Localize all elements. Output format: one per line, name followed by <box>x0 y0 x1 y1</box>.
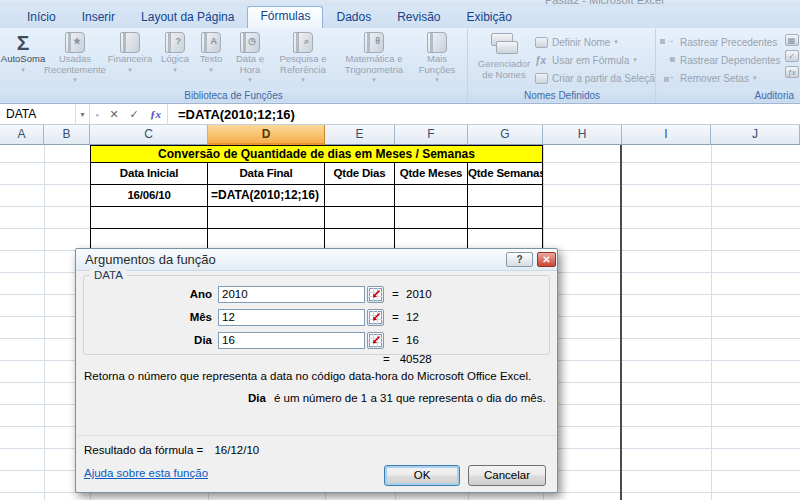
group-formula-auditing: Rastrear Precedentes Rastrear Dependente… <box>657 29 800 102</box>
column-headers: A B C D E F G H I J <box>0 125 800 145</box>
argument-help-text: é um número de 1 a 31 que representa o d… <box>274 392 546 404</box>
empty-cell[interactable] <box>468 207 542 229</box>
equals-sign: = <box>392 311 402 323</box>
arg-label-mes: Mês <box>142 311 212 323</box>
recently-used-button[interactable]: ★ Usadas Recentemente ▾ <box>46 30 104 88</box>
error-checking-icon[interactable]: ✓ <box>785 50 799 62</box>
column-header-d-selected[interactable]: D <box>208 125 325 145</box>
tab-formulas[interactable]: Fórmulas <box>247 6 323 28</box>
header-cell-qtde-meses[interactable]: Qtde Meses <box>395 163 468 185</box>
formula-result-line: Resultado da fórmula = 16/12/10 <box>84 444 259 456</box>
confirm-entry-button[interactable]: ✓ <box>124 104 144 125</box>
empty-cell[interactable] <box>395 207 468 229</box>
dialog-help-button[interactable]: ? <box>506 252 533 267</box>
ribbon-tab-row: Início Inserir Layout da Página Fórmulas… <box>0 6 800 28</box>
column-header-j[interactable]: J <box>711 125 800 145</box>
dialog-titlebar[interactable]: Argumentos da função <box>76 249 557 271</box>
tab-layout-da-pagina[interactable]: Layout da Página <box>128 7 247 28</box>
lookup-reference-button[interactable]: ⌕ Pesquisa e Referência ▾ <box>272 30 334 88</box>
collapse-dialog-button[interactable] <box>367 309 384 326</box>
column-header-b[interactable]: B <box>44 125 90 145</box>
group-label-auditing: Auditoria <box>657 89 800 102</box>
name-manager-icon <box>487 32 521 58</box>
remove-arrows-button[interactable]: Remover Setas ▾ <box>660 69 781 87</box>
cell-qtde-meses[interactable] <box>395 185 468 207</box>
arg-label-dia: Dia <box>142 334 212 346</box>
cell-data-inicial[interactable]: 16/06/10 <box>91 185 208 207</box>
cancel-button[interactable]: Cancelar <box>468 465 546 486</box>
chevron-down-icon: ▾ <box>614 38 618 46</box>
arg-input-dia[interactable] <box>218 332 365 349</box>
financial-button[interactable]: Financeira ▾ <box>104 30 156 88</box>
chevron-down-icon: ▾ <box>173 66 177 74</box>
empty-cell[interactable] <box>91 207 208 229</box>
editing-cell-formula[interactable]: =DATA(2010;12;16) <box>208 185 325 207</box>
math-trig-button[interactable]: θ Matemática e Trigonometria ▾ <box>334 30 414 88</box>
lookup-reference-icon: ⌕ <box>293 32 313 53</box>
collapse-dialog-button[interactable] <box>367 286 384 303</box>
equals-sign: = <box>383 353 390 365</box>
logical-icon: ? <box>165 32 185 53</box>
empty-cell[interactable] <box>325 207 395 229</box>
autosum-button[interactable]: Σ AutoSoma ▾ <box>0 30 46 88</box>
formula-result-label: Resultado da fórmula = <box>84 444 203 456</box>
financial-icon <box>120 32 140 53</box>
chevron-down-icon: ▾ <box>301 76 305 84</box>
use-in-formula-button[interactable]: ƒx Usar em Fórmula ▾ <box>535 51 655 69</box>
empty-cell[interactable] <box>208 207 325 229</box>
column-header-e[interactable]: E <box>325 125 395 145</box>
name-manager-button[interactable]: Gerenciador de Nomes <box>473 30 535 88</box>
tab-exibicao[interactable]: Exibição <box>454 7 525 28</box>
cell-qtde-dias[interactable] <box>325 185 395 207</box>
header-cell-data-final[interactable]: Data Final <box>208 163 325 185</box>
tab-dados[interactable]: Dados <box>323 7 384 28</box>
remove-arrows-icon <box>660 73 676 83</box>
financial-label: Financeira <box>108 54 152 65</box>
define-name-button[interactable]: Definir Nome ▾ <box>535 33 655 51</box>
arg-label-ano: Ano <box>142 288 212 300</box>
tab-inicio[interactable]: Início <box>14 7 69 28</box>
name-manager-label: Gerenciador de Nomes <box>473 59 535 80</box>
column-header-i[interactable]: I <box>622 125 711 145</box>
empty-cell[interactable] <box>208 229 325 249</box>
tab-revisao[interactable]: Revisão <box>384 7 453 28</box>
trace-precedents-button[interactable]: Rastrear Precedentes <box>660 33 781 51</box>
tab-inserir[interactable]: Inserir <box>69 7 128 28</box>
column-header-h[interactable]: H <box>543 125 622 145</box>
empty-cell[interactable] <box>325 229 395 249</box>
header-cell-data-inicial[interactable]: Data Inicial <box>91 163 208 185</box>
logical-button[interactable]: ? Lógica ▾ <box>156 30 194 88</box>
name-box-dropdown[interactable]: ▾ <box>76 104 90 125</box>
column-header-c[interactable]: C <box>90 125 208 145</box>
gridline <box>711 145 712 500</box>
date-time-icon: ◷ <box>240 32 260 53</box>
insert-function-button[interactable]: ƒx <box>144 104 168 125</box>
dialog-close-button[interactable]: ✕ <box>537 252 556 267</box>
header-cell-qtde-dias[interactable]: Qtde Dias <box>325 163 395 185</box>
collapse-dialog-button[interactable] <box>367 332 384 349</box>
header-cell-qtde-semanas[interactable]: Qtde Semanas <box>468 163 542 185</box>
empty-cell[interactable] <box>468 229 542 249</box>
date-time-button[interactable]: ◷ Data e Hora ▾ <box>228 30 272 88</box>
question-icon: ? <box>176 36 182 46</box>
ok-button[interactable]: OK <box>384 465 460 486</box>
empty-cell[interactable] <box>91 229 208 249</box>
name-box[interactable]: DATA <box>0 104 76 125</box>
help-on-function-link[interactable]: Ajuda sobre esta função <box>84 467 208 479</box>
column-header-g[interactable]: G <box>468 125 543 145</box>
trace-dependents-button[interactable]: Rastrear Dependentes <box>660 51 781 69</box>
show-formulas-icon[interactable]: ▦ <box>785 34 799 46</box>
more-functions-button[interactable]: Mais Funções ▾ <box>414 30 460 88</box>
cancel-entry-button[interactable]: ✕ <box>104 104 124 125</box>
table-title-cell[interactable]: Conversão de Quantidade de dias em Meses… <box>91 146 542 163</box>
cell-qtde-semanas[interactable] <box>468 185 542 207</box>
text-button[interactable]: A Texto ▾ <box>194 30 228 88</box>
create-from-selection-button[interactable]: Criar a partir da Seleção <box>535 69 655 87</box>
arg-input-ano[interactable] <box>218 286 365 303</box>
column-header-f[interactable]: F <box>395 125 468 145</box>
column-header-a[interactable]: A <box>0 125 44 145</box>
arg-input-mes[interactable] <box>218 309 365 326</box>
evaluate-formula-icon[interactable]: ƒx <box>785 66 799 78</box>
empty-cell[interactable] <box>395 229 468 249</box>
formula-bar-input[interactable]: =DATA(2010;12;16) <box>168 107 295 122</box>
